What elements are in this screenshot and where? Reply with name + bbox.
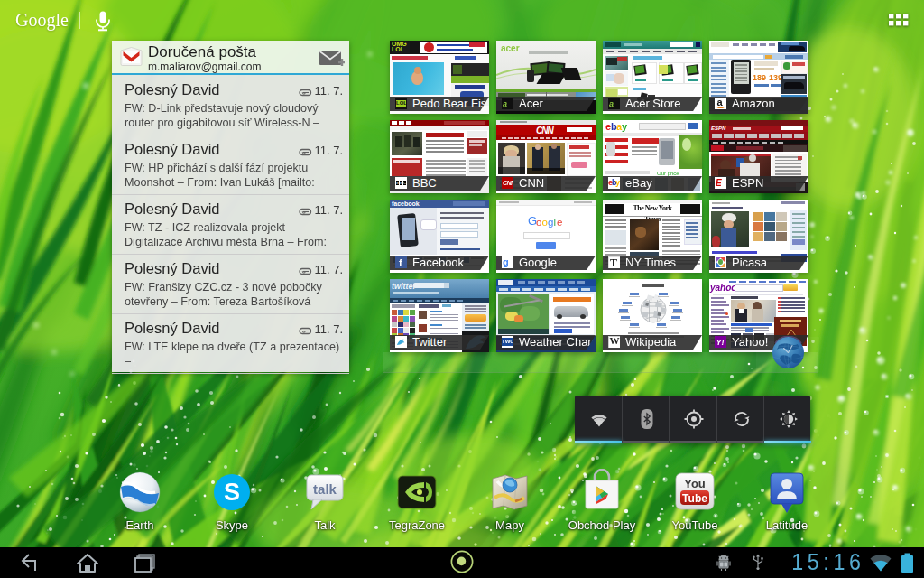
svg-text:You: You: [684, 477, 706, 490]
svg-text:Tube: Tube: [682, 492, 707, 505]
svg-text:S: S: [224, 479, 240, 506]
svg-text:talk: talk: [313, 481, 337, 497]
